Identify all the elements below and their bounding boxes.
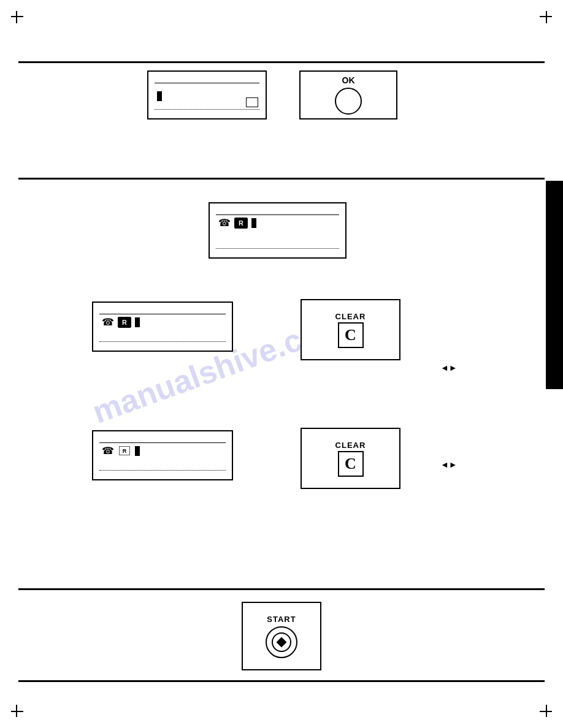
start-label: START [267,615,296,624]
screen4-content: ☎ R [102,445,140,457]
screen-box-2: ☎ R [209,202,347,259]
divider-1 [18,61,545,63]
start-diamond-icon [277,637,287,647]
arrow-indicator-2: ◄► [440,460,458,469]
phone-icon-4: ☎ [102,445,114,457]
clear-button-1[interactable]: CLEAR C [301,299,400,360]
cursor-block-4 [135,446,140,456]
phone-icon-2: ☎ [218,217,231,229]
divider-3 [18,588,545,590]
screen-box-1 [147,70,267,119]
screen-box-3: ☎ R [92,301,233,352]
screen-small-btn [246,96,258,107]
start-circle-outer [266,626,297,658]
ok-circle [335,88,362,115]
start-circle-inner [272,632,291,652]
phone-icon-3: ☎ [102,316,114,328]
screen-cursor-area [157,90,162,101]
clear-label-1: CLEAR [335,312,366,321]
screen-top-line [155,83,259,83]
screen2-content: ☎ R [218,217,256,229]
start-button-box[interactable]: START [242,602,321,670]
screen-box-4: ☎ R [92,430,233,480]
clear-button-2[interactable]: CLEAR C [301,428,400,489]
ok-button-box[interactable]: OK [299,70,397,119]
screen4-bottom-dotted [99,470,226,471]
screen2-top-line [216,214,339,215]
screen-bottom-dotted [155,109,259,110]
cursor-block-3 [135,317,140,327]
clear-label-2: CLEAR [335,441,366,450]
screen3-top-line [99,314,226,314]
divider-4 [18,680,545,682]
small-btn [246,97,258,107]
clear-c-1: C [338,322,364,348]
r-key-3: R [118,317,131,328]
clear-c-2: C [338,451,364,477]
screen4-top-line [99,442,226,443]
screen3-content: ☎ R [102,316,140,328]
screen2-bottom-dotted [216,248,339,249]
corner-mark-br [540,705,552,717]
corner-mark-bl [11,705,23,717]
screen3-bottom-dotted [99,341,226,342]
ok-label: OK [342,75,355,85]
cursor-block-2 [251,218,256,228]
divider-2 [18,178,545,180]
black-side-tab [546,181,563,389]
r-key-2: R [234,218,248,229]
cursor-block [157,91,162,101]
r-key-4: R [119,446,130,455]
corner-mark-tr [540,11,552,23]
arrow-indicator-1: ◄► [440,363,458,373]
corner-mark-tl [11,11,23,23]
